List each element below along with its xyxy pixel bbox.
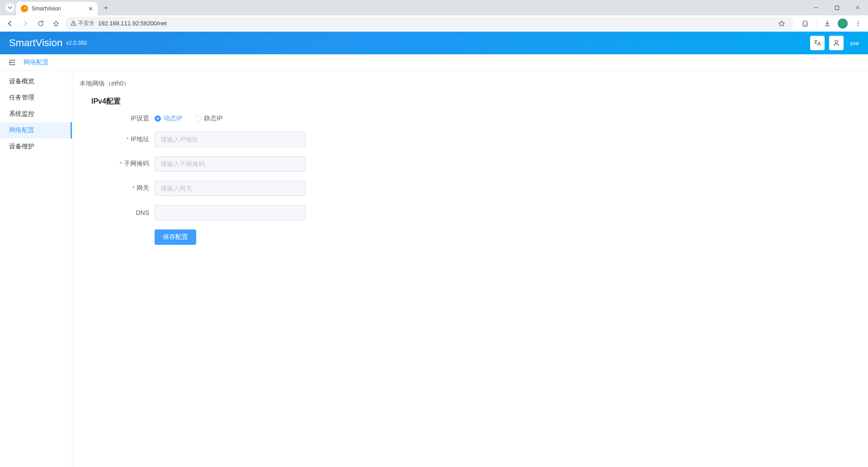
radio-static-ip[interactable]: 静态IP [195,114,222,123]
security-label: 不安全 [78,19,94,27]
chevron-down-icon [8,5,12,10]
nav-home-button[interactable] [50,17,62,30]
url-field[interactable]: 不安全 192.168.111.92:58200/net [65,17,793,30]
app-header: SmartVision v2.0.350 sve [0,32,868,54]
favicon-icon [21,5,28,12]
save-button[interactable]: 保存配置 [155,229,196,245]
nav-forward-button[interactable] [19,17,32,30]
address-bar: 不安全 192.168.111.92:58200/net [0,15,868,32]
user-icon [833,39,840,47]
bookmark-star-button[interactable] [775,17,788,30]
ipv4-form: IP设置 动态IP 静态IP [80,114,861,245]
label-ip-mode: IP设置 [91,114,155,123]
profile-button[interactable] [836,17,849,30]
label-ip-address: * IP地址 [91,135,155,143]
row-gateway: * 网关 [91,181,861,196]
label-dns: DNS [91,209,155,216]
main-layout: 设备概览 任务管理 系统监控 网络配置 设备维护 本地网络（eth0） IPv4… [0,71,868,467]
url-text: 192.168.111.92:58200/net [98,20,772,27]
radio-dot-icon [155,115,161,122]
browser-chrome: SmartVision ✕ ＋ 不安全 192.168.111.92:58200… [0,0,868,32]
row-actions: 保存配置 [91,229,861,245]
tab-title: SmartVision [32,5,85,12]
row-dns: DNS [91,205,861,220]
svg-point-3 [858,23,859,24]
sidebar-item-system-monitor[interactable]: 系统监控 [0,106,72,122]
required-mark: * [126,136,128,143]
translate-button[interactable] [810,36,825,50]
toolbar-divider [816,19,816,28]
input-dns[interactable] [155,205,306,220]
svg-point-5 [835,40,838,43]
section-title: IPv4配置 [80,94,861,114]
security-chip[interactable]: 不安全 [71,19,94,27]
network-panel: 本地网络（eth0） IPv4配置 IP设置 动态IP 静态IP [80,76,861,245]
window-minimize-button[interactable] [806,0,826,15]
tab-close-icon[interactable]: ✕ [88,5,93,12]
radio-dynamic-ip[interactable]: 动态IP [155,114,182,123]
svg-rect-1 [835,6,839,10]
header-username: sve [850,40,859,47]
label-gateway: * 网关 [91,184,155,192]
nav-back-button[interactable] [4,17,16,30]
menu-toggle-button[interactable] [8,58,16,67]
input-ip-address[interactable] [155,132,306,147]
browser-menu-button[interactable] [852,17,864,30]
profile-avatar-icon [838,19,848,29]
input-gateway[interactable] [155,181,306,196]
nav-reload-button[interactable] [34,17,47,30]
downloads-button[interactable] [821,17,834,30]
required-mark: * [120,160,122,167]
svg-point-2 [858,21,859,22]
app-version: v2.0.350 [66,40,87,46]
row-netmask: * 子网掩码 [91,156,861,172]
tab-bar: SmartVision ✕ ＋ [0,0,868,15]
new-tab-button[interactable]: ＋ [99,1,112,14]
warning-icon [71,20,76,26]
app-title: SmartVision [9,37,62,49]
extensions-button[interactable] [799,17,811,30]
radio-dot-icon [195,115,201,122]
row-ip-mode: IP设置 动态IP 静态IP [91,114,861,123]
tab-search-button[interactable] [5,3,14,12]
label-netmask: * 子网掩码 [91,160,155,168]
user-button[interactable] [829,36,844,50]
input-netmask[interactable] [155,156,306,172]
svg-point-4 [858,25,859,26]
sidebar-item-device-maintenance[interactable]: 设备维护 [0,138,72,155]
translate-icon [814,39,821,47]
content: 本地网络（eth0） IPv4配置 IP设置 动态IP 静态IP [72,71,868,467]
panel-title: 本地网络（eth0） [80,76,861,94]
sidebar: 设备概览 任务管理 系统监控 网络配置 设备维护 [0,71,72,467]
sidebar-item-device-overview[interactable]: 设备概览 [0,73,72,90]
window-maximize-button[interactable] [826,0,847,15]
breadcrumb-row: 网络配置 [0,54,868,71]
required-mark: * [132,185,135,192]
control-ip-mode: 动态IP 静态IP [155,114,222,123]
window-controls [806,0,868,15]
sidebar-item-network-config[interactable]: 网络配置 [0,122,72,138]
window-close-button[interactable] [847,0,868,15]
menu-collapse-icon [8,58,16,67]
row-ip-address: * IP地址 [91,132,861,147]
sidebar-item-task-management[interactable]: 任务管理 [0,90,72,106]
browser-tab[interactable]: SmartVision ✕ [16,2,98,15]
toolbar-icons [799,17,864,30]
header-actions: sve [810,36,859,50]
breadcrumb-current[interactable]: 网络配置 [24,58,49,67]
